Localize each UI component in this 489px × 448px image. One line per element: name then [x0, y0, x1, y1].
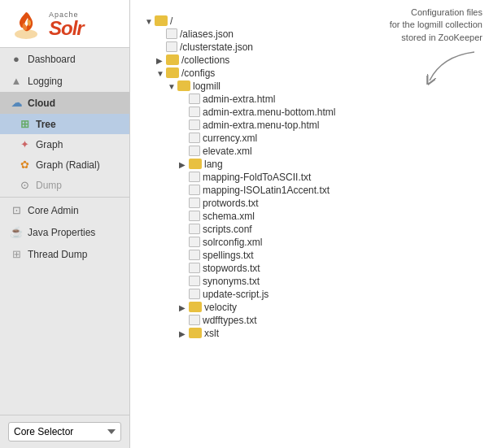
file-icon [189, 133, 200, 143]
tree-icon: ⊞ [18, 118, 31, 130]
tree-toggle[interactable]: ▶ [179, 329, 189, 338]
tree-node-admin-extra-menu-bottom[interactable]: admin-extra.menu-bottom.html [142, 106, 481, 119]
graph-icon: ✦ [18, 138, 31, 150]
folder-icon [189, 328, 202, 338]
sidebar-item-label: Dump [36, 180, 62, 191]
tree-node-label: xslt [204, 328, 219, 339]
tree-node-label: /aliases.json [180, 28, 234, 40]
tree-node-spellings[interactable]: spellings.txt [142, 249, 481, 262]
tree-node-label: /collections [181, 54, 229, 66]
tree-toggle[interactable]: ▼ [156, 69, 166, 78]
tree-node-lang[interactable]: ▶lang [142, 158, 481, 171]
sidebar-item-logging[interactable]: ▲ Logging [0, 70, 129, 92]
sidebar-item-graph-radial[interactable]: ✿ Graph (Radial) [0, 154, 129, 175]
file-icon [189, 185, 200, 195]
tree-node-stopwords[interactable]: stopwords.txt [142, 262, 481, 275]
annotation-arrow-icon [417, 48, 482, 89]
folder-icon [189, 302, 202, 312]
folder-icon [177, 80, 190, 91]
tree-node-label: mapping-ISOLatin1Accent.txt [203, 185, 330, 196]
file-icon [189, 289, 200, 299]
tree-node-protwords[interactable]: protwords.txt [142, 197, 481, 210]
tree-node-label: logmill [193, 80, 220, 92]
tree-node-label: elevate.xml [203, 146, 252, 157]
tree-node-label: velocity [204, 302, 237, 313]
sidebar-item-label: Tree [36, 119, 56, 130]
sidebar-item-graph[interactable]: ✦ Graph [0, 134, 129, 154]
file-icon [189, 146, 200, 156]
sidebar-item-dump: ⊙ Dump [0, 175, 129, 195]
tree-node-label: synonyms.txt [203, 276, 260, 287]
tree-node-update-script[interactable]: update-script.js [142, 288, 481, 301]
annotation-line1: Configuration files [411, 7, 482, 17]
tree-toggle[interactable]: ▶ [179, 160, 189, 169]
tree-toggle[interactable]: ▶ [156, 56, 166, 65]
file-icon [189, 250, 200, 260]
tree-node-label: scripts.conf [203, 224, 252, 235]
tree-node-label: stopwords.txt [203, 263, 260, 274]
sidebar-item-label: Cloud [28, 98, 55, 109]
solr-label: Solr [49, 19, 84, 38]
file-icon [189, 107, 200, 117]
sidebar-item-thread-dump[interactable]: ⊞ Thread Dump [0, 243, 129, 265]
tree-node-synonyms[interactable]: synonyms.txt [142, 275, 481, 288]
tree-node-scripts[interactable]: scripts.conf [142, 223, 481, 236]
sidebar-item-tree[interactable]: ⊞ Tree [0, 114, 129, 134]
tree-node-wdfftypes[interactable]: wdfftypes.txt [142, 314, 481, 327]
file-icon [189, 198, 200, 208]
folder-icon [189, 159, 202, 169]
tree-node-mapping-fold[interactable]: mapping-FoldToASCII.txt [142, 171, 481, 184]
file-icon [189, 263, 200, 273]
tree-node-label: update-script.js [203, 289, 269, 300]
solr-logo-icon [10, 8, 42, 41]
file-icon [166, 41, 177, 52]
logging-icon: ▲ [10, 75, 23, 87]
tree-toggle[interactable]: ▼ [168, 82, 177, 91]
folder-icon [166, 54, 179, 65]
core-selector-area: Core Selector [0, 415, 129, 448]
sidebar-item-label: Graph (Radial) [36, 159, 100, 171]
sidebar-item-cloud[interactable]: ☁ Cloud [0, 92, 129, 114]
file-icon [189, 172, 200, 182]
annotation-box: Configuration files for the logmill coll… [352, 7, 482, 89]
core-selector[interactable]: Core Selector [8, 422, 121, 441]
tree-node-label: / [170, 15, 172, 27]
sidebar-item-label: Dashboard [28, 54, 76, 65]
tree-node-xslt[interactable]: ▶xslt [142, 327, 481, 340]
tree-toggle[interactable]: ▶ [179, 303, 189, 312]
nav-divider [0, 197, 129, 198]
sidebar-item-label: Logging [28, 76, 63, 87]
java-icon: ☕ [10, 226, 23, 238]
logo-text: Apache Solr [49, 11, 84, 38]
tree-node-elevate[interactable]: elevate.xml [142, 145, 481, 158]
tree-node-mapping-iso[interactable]: mapping-ISOLatin1Accent.txt [142, 184, 481, 197]
tree-toggle[interactable]: ▼ [145, 17, 155, 26]
graph-radial-icon: ✿ [18, 159, 31, 171]
tree-node-label: admin-extra.menu-bottom.html [203, 107, 335, 118]
tree-node-label: lang [204, 159, 223, 170]
tree-node-velocity[interactable]: ▶velocity [142, 301, 481, 314]
sidebar-item-core-admin[interactable]: ⊡ Core Admin [0, 199, 129, 221]
tree-node-label: spellings.txt [203, 250, 254, 261]
sidebar-item-java-properties[interactable]: ☕ Java Properties [0, 221, 129, 243]
tree-node-label: solrconfig.xml [203, 237, 262, 248]
main-content: Configuration files for the logmill coll… [130, 0, 489, 448]
folder-icon [155, 15, 168, 26]
sidebar: Apache Solr ● Dashboard ▲ Logging ☁ Clou… [0, 0, 130, 448]
tree-node-label: wdfftypes.txt [203, 315, 256, 326]
tree-node-admin-extra[interactable]: admin-extra.html [142, 93, 481, 106]
tree-node-admin-extra-menu-top[interactable]: admin-extra.menu-top.html [142, 119, 481, 132]
folder-icon [166, 67, 179, 78]
sidebar-item-label: Graph [36, 139, 63, 150]
annotation-line3: stored in ZooKeeper [401, 33, 482, 42]
tree-node-schema[interactable]: schema.xml [142, 210, 481, 223]
dump-icon: ⊙ [18, 179, 31, 191]
tree-node-label: /configs [181, 67, 215, 79]
tree-node-currency[interactable]: currency.xml [142, 132, 481, 145]
tree-node-label: mapping-FoldToASCII.txt [203, 172, 311, 183]
tree-node-solrconfig[interactable]: solrconfig.xml [142, 236, 481, 249]
sidebar-item-label: Thread Dump [28, 249, 87, 260]
tree-node-label: admin-extra.menu-top.html [203, 120, 319, 131]
sidebar-item-dashboard[interactable]: ● Dashboard [0, 48, 129, 70]
tree-node-label: admin-extra.html [203, 94, 275, 105]
